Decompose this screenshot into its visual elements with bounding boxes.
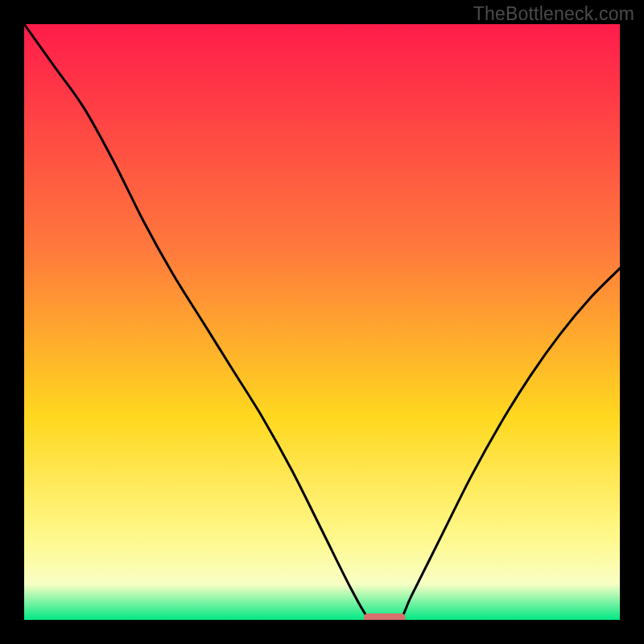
chart-frame: TheBottleneck.com — [0, 0, 644, 644]
bottleneck-plot — [24, 24, 620, 620]
optimal-marker — [364, 613, 406, 620]
watermark-text: TheBottleneck.com — [473, 3, 634, 25]
plot-svg — [24, 24, 620, 620]
